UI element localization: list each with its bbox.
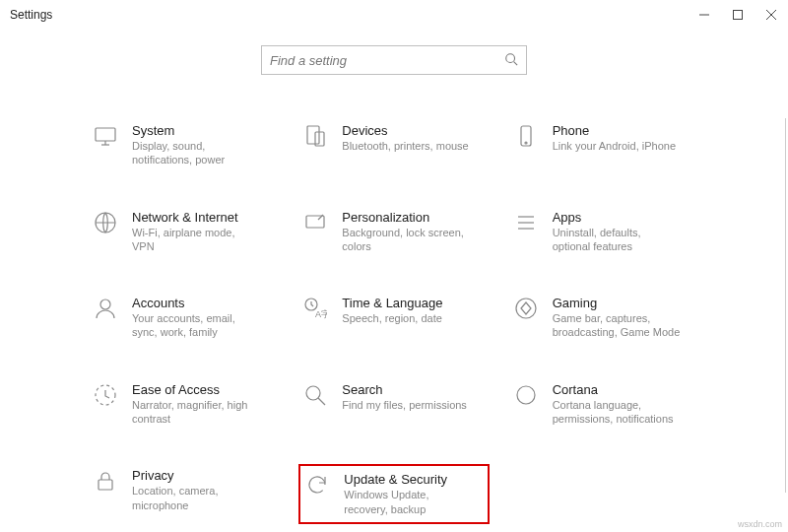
tile-title: Accounts	[132, 296, 260, 310]
search-category-icon	[302, 382, 328, 408]
tile-desc: Location, camera, microphone	[132, 484, 260, 512]
svg-point-21	[516, 299, 536, 318]
tile-desc: Bluetooth, printers, mouse	[342, 139, 468, 153]
svg-line-24	[318, 398, 325, 405]
tile-title: Devices	[342, 123, 468, 138]
tile-desc: Display, sound, notifications, power	[132, 139, 260, 167]
lock-icon	[93, 468, 118, 494]
watermark: wsxdn.com	[738, 519, 782, 529]
tile-title: Personalization	[342, 210, 470, 225]
gaming-icon	[513, 296, 539, 321]
tile-update[interactable]: Update & Security Windows Update, recove…	[298, 464, 489, 524]
paint-icon	[302, 210, 328, 235]
tile-desc: Wi-Fi, airplane mode, VPN	[132, 226, 260, 254]
apps-icon	[513, 210, 539, 235]
svg-rect-1	[734, 11, 743, 20]
ease-icon	[93, 382, 118, 408]
scrollbar[interactable]	[785, 118, 786, 493]
tile-title: Ease of Access	[132, 382, 260, 397]
time-language-icon: A字	[302, 296, 328, 321]
tile-time[interactable]: A字 Time & Language Speech, region, date	[298, 292, 489, 344]
minimize-button[interactable]	[688, 0, 721, 30]
svg-rect-11	[521, 126, 531, 146]
tile-devices[interactable]: Devices Bluetooth, printers, mouse	[298, 119, 489, 171]
tile-desc: Game bar, captures, broadcasting, Game M…	[553, 311, 681, 340]
tile-title: Apps	[553, 210, 681, 225]
search-icon	[504, 52, 518, 69]
close-button[interactable]	[755, 0, 788, 30]
globe-icon	[93, 210, 118, 235]
tile-desc: Speech, region, date	[342, 311, 442, 325]
tile-title: Phone	[553, 123, 676, 138]
tile-search[interactable]: Search Find my files, permissions	[298, 378, 489, 431]
tile-apps[interactable]: Apps Uninstall, defaults, optional featu…	[509, 206, 699, 258]
svg-point-12	[525, 142, 527, 144]
tile-phone[interactable]: Phone Link your Android, iPhone	[509, 119, 699, 171]
update-icon	[304, 472, 330, 498]
tile-desc: Background, lock screen, colors	[342, 226, 470, 254]
tile-desc: Cortana language, permissions, notificat…	[553, 398, 681, 427]
tile-network[interactable]: Network & Internet Wi-Fi, airplane mode,…	[89, 206, 279, 258]
tile-desc: Windows Update, recovery, backup	[344, 488, 472, 516]
tile-desc: Narrator, magnifier, high contrast	[132, 398, 260, 427]
system-icon	[93, 123, 118, 149]
search-placeholder: Find a setting	[270, 53, 347, 68]
tile-title: Time & Language	[342, 296, 442, 310]
svg-point-18	[100, 299, 110, 309]
window-controls	[688, 0, 788, 30]
cortana-icon	[513, 382, 539, 408]
tile-title: Cortana	[553, 382, 681, 397]
titlebar: Settings	[0, 0, 788, 30]
tile-title: Search	[342, 382, 467, 397]
maximize-button[interactable]	[721, 0, 755, 30]
tile-privacy[interactable]: Privacy Location, camera, microphone	[89, 464, 279, 524]
tile-personalization[interactable]: Personalization Background, lock screen,…	[298, 206, 489, 258]
svg-rect-14	[306, 216, 324, 228]
tile-title: Gaming	[553, 296, 681, 310]
tile-title: Network & Internet	[132, 210, 260, 225]
svg-rect-6	[96, 128, 115, 141]
window-title: Settings	[10, 8, 52, 22]
search-wrap: Find a setting	[0, 45, 788, 75]
tile-title: System	[132, 123, 260, 138]
svg-line-5	[514, 61, 518, 65]
tile-title: Update & Security	[344, 472, 472, 487]
svg-point-4	[506, 53, 515, 62]
tile-gaming[interactable]: Gaming Game bar, captures, broadcasting,…	[509, 292, 699, 344]
tile-desc: Link your Android, iPhone	[553, 139, 676, 153]
accounts-icon	[93, 296, 118, 321]
settings-grid: System Display, sound, notifications, po…	[89, 119, 699, 524]
phone-icon	[513, 123, 539, 149]
tile-ease[interactable]: Ease of Access Narrator, magnifier, high…	[89, 378, 279, 431]
svg-rect-26	[98, 480, 112, 490]
tile-desc: Uninstall, defaults, optional features	[553, 226, 681, 254]
svg-text:A字: A字	[315, 309, 327, 319]
tile-system[interactable]: System Display, sound, notifications, po…	[89, 119, 279, 171]
svg-point-25	[517, 386, 535, 404]
tile-accounts[interactable]: Accounts Your accounts, email, sync, wor…	[89, 292, 279, 344]
tile-title: Privacy	[132, 468, 260, 483]
tile-desc: Find my files, permissions	[342, 398, 467, 412]
tile-cortana[interactable]: Cortana Cortana language, permissions, n…	[509, 378, 699, 431]
tile-desc: Your accounts, email, sync, work, family	[132, 311, 260, 340]
svg-point-23	[306, 386, 320, 400]
search-input[interactable]: Find a setting	[261, 45, 527, 75]
svg-rect-9	[307, 126, 319, 144]
devices-icon	[302, 123, 328, 149]
